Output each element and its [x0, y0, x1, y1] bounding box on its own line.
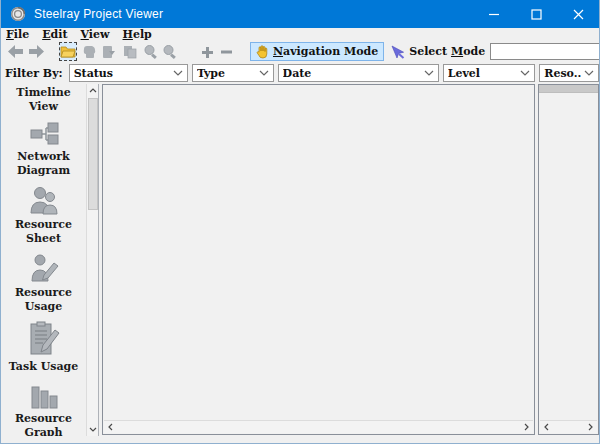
copy-icon — [122, 45, 137, 59]
scroll-right-button[interactable] — [520, 421, 533, 433]
network-diagram-icon — [29, 121, 59, 147]
filter-date-dropdown[interactable]: Date — [278, 64, 439, 82]
sidebar-item-label: Resource Sheet — [4, 218, 84, 246]
app-window: Steelray Project Viewer File Edit View H… — [0, 0, 600, 444]
scroll-down-button[interactable] — [87, 423, 99, 436]
maximize-icon — [531, 9, 542, 20]
back-button[interactable] — [7, 44, 24, 59]
window-bottom-edge — [1, 436, 599, 443]
filter-type-value: Type — [197, 67, 256, 80]
filter-type-dropdown[interactable]: Type — [192, 64, 274, 82]
menu-file[interactable]: File — [6, 29, 29, 41]
minus-icon — [219, 45, 234, 59]
sidebar-item-resource-graph[interactable]: Resource Graph — [4, 381, 84, 436]
scroll-left-button[interactable] — [540, 421, 553, 433]
side-canvas[interactable] — [538, 84, 599, 435]
sidebar-item-resource-sheet[interactable]: Resource Sheet — [4, 185, 84, 246]
close-icon — [573, 9, 584, 20]
chevron-down-icon — [89, 427, 97, 432]
minimize-button[interactable] — [473, 0, 515, 28]
scroll-left-button[interactable] — [104, 421, 117, 433]
chevron-right-icon — [588, 423, 593, 431]
filter-resource-dropdown[interactable]: Reso... — [539, 64, 599, 82]
sidebar-item-label: Resource Graph — [4, 412, 84, 436]
sidebar-item-label: Timeline View — [4, 86, 84, 114]
app-logo-icon — [10, 6, 26, 22]
content-area: Timeline View Network Diagram Re — [1, 84, 599, 436]
view-sidebar: Timeline View Network Diagram Re — [1, 84, 86, 436]
scrollbar-thumb[interactable] — [88, 98, 98, 210]
hand-icon — [256, 45, 269, 59]
select-cursor-icon — [391, 45, 405, 59]
menu-view[interactable]: View — [81, 29, 110, 41]
select-mode-button[interactable]: Select Mode — [386, 42, 490, 61]
search-input[interactable] — [490, 43, 600, 60]
decrease-button[interactable] — [219, 45, 234, 59]
side-horizontal-scrollbar[interactable] — [540, 420, 597, 433]
filter-level-dropdown[interactable]: Level — [443, 64, 536, 82]
timeline-canvas[interactable] — [102, 84, 535, 435]
window-title: Steelray Project Viewer — [34, 7, 473, 21]
menu-edit[interactable]: Edit — [42, 29, 67, 41]
zoom-in-icon — [143, 44, 159, 59]
chevron-down-icon — [424, 70, 434, 76]
sidebar-item-label: Task Usage — [4, 360, 84, 374]
copy-button[interactable] — [122, 45, 137, 59]
toolbar: Navigation Mode Select Mode Search — [1, 41, 599, 62]
filter-status-value: Status — [74, 67, 170, 80]
plus-icon — [200, 45, 215, 59]
minimize-icon — [489, 9, 500, 20]
menu-bar: File Edit View Help — [1, 28, 599, 41]
back-arrow-icon — [7, 44, 24, 59]
sidebar-item-resource-usage[interactable]: Resource Usage — [4, 253, 84, 314]
sidebar-item-label: Network Diagram — [4, 150, 84, 178]
open-folder-icon — [60, 45, 76, 58]
chevron-up-icon — [89, 88, 97, 93]
menu-help[interactable]: Help — [123, 29, 152, 41]
sidebar-item-timeline-view[interactable]: Timeline View — [4, 86, 84, 114]
sidebar-item-network-diagram[interactable]: Network Diagram — [4, 121, 84, 178]
chevron-left-icon — [544, 423, 549, 431]
chevron-down-icon — [520, 70, 530, 76]
chevron-down-icon — [173, 70, 183, 76]
resource-sheet-icon — [28, 185, 60, 215]
chevron-left-icon — [108, 423, 113, 431]
export-button[interactable] — [101, 45, 116, 59]
forward-arrow-icon — [28, 44, 45, 59]
save-button[interactable] — [82, 45, 97, 59]
open-file-button[interactable] — [59, 42, 77, 61]
increase-button[interactable] — [200, 45, 215, 59]
zoom-out-button[interactable] — [162, 44, 178, 59]
filter-date-value: Date — [283, 67, 421, 80]
chevron-down-icon — [259, 70, 269, 76]
sidebar-item-label: Resource Usage — [4, 286, 84, 314]
close-button[interactable] — [557, 0, 599, 28]
save-icon — [82, 45, 97, 59]
navigation-mode-label: Navigation Mode — [273, 45, 378, 58]
forward-button[interactable] — [28, 44, 45, 59]
filter-resource-value: Reso... — [544, 67, 581, 80]
task-usage-icon — [27, 321, 61, 357]
sidebar-item-task-usage[interactable]: Task Usage — [4, 321, 84, 374]
chevron-right-icon — [524, 423, 529, 431]
zoom-in-button[interactable] — [143, 44, 159, 59]
maximize-button[interactable] — [515, 0, 557, 28]
zoom-out-icon — [162, 44, 178, 59]
chevron-down-icon — [584, 70, 594, 76]
filter-level-value: Level — [448, 67, 518, 80]
resource-graph-icon — [29, 381, 59, 409]
filter-status-dropdown[interactable]: Status — [69, 64, 188, 82]
main-horizontal-scrollbar[interactable] — [104, 420, 533, 433]
sidebar-scrollbar[interactable] — [86, 84, 99, 436]
scroll-right-button[interactable] — [584, 421, 597, 433]
title-bar: Steelray Project Viewer — [1, 0, 599, 28]
navigation-mode-button[interactable]: Navigation Mode — [250, 42, 384, 61]
export-icon — [101, 45, 116, 59]
filter-by-label: Filter By: — [5, 67, 63, 80]
select-mode-label: Select Mode — [409, 45, 485, 58]
resource-usage-icon — [29, 253, 59, 283]
side-canvas-header — [539, 85, 598, 93]
scroll-up-button[interactable] — [87, 84, 99, 97]
filter-bar: Filter By: Status Type Date Level Reso..… — [1, 62, 599, 84]
